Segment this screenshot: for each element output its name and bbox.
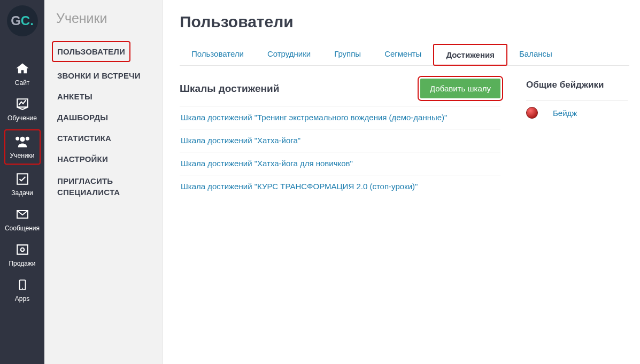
tab-groups[interactable]: Группы [322, 44, 373, 65]
badges-heading: Общие бейджики [526, 80, 628, 90]
sub-item-forms[interactable]: АНКЕТЫ [52, 86, 162, 107]
list-item: Шкала достижений "Хатха-йога для новичко… [180, 152, 500, 175]
rail-item-apps[interactable]: Apps [0, 273, 44, 308]
tabs: Пользователи Сотрудники Группы Сегменты … [180, 44, 629, 66]
scales-heading: Шкалы достижений [180, 83, 279, 95]
logo-g: G [11, 13, 21, 28]
badges-section: Общие бейджики Бейдж [526, 79, 628, 125]
sub-item-dashboards[interactable]: ДАШБОРДЫ [52, 107, 162, 128]
page-title: Пользователи [180, 13, 629, 31]
home-icon [13, 61, 32, 77]
scale-link[interactable]: Шкала достижений "Хатха-йога" [181, 136, 300, 145]
badge-link[interactable]: Бейдж [553, 109, 577, 118]
rail-label: Обучение [7, 114, 37, 122]
check-icon [13, 171, 32, 187]
list-item: Шкала достижений "Тренинг экстремального… [180, 106, 500, 129]
phone-icon [13, 277, 32, 293]
tab-balance[interactable]: Балансы [507, 44, 564, 65]
add-scale-button[interactable]: Добавить шкалу [420, 79, 500, 98]
svg-rect-0 [17, 245, 28, 254]
rail-label: Apps [15, 295, 29, 303]
scale-link[interactable]: Шкала достижений "КУРС ТРАНСФОРМАЦИЯ 2.0… [181, 182, 418, 191]
safe-icon [13, 242, 32, 258]
rail-item-sales[interactable]: Продажи [0, 237, 44, 273]
rail-item-students[interactable]: Ученики [4, 129, 41, 165]
chart-icon [13, 96, 32, 112]
list-item: Шкала достижений "КУРС ТРАНСФОРМАЦИЯ 2.0… [180, 175, 500, 198]
rail-item-learning[interactable]: Обучение [0, 92, 44, 127]
badge-row: Бейдж [526, 100, 628, 125]
rail-item-tasks[interactable]: Задачи [0, 167, 44, 202]
sub-item-users[interactable]: ПОЛЬЗОВАТЕЛИ [52, 41, 130, 62]
rail-item-site[interactable]: Сайт [0, 57, 44, 92]
tab-users[interactable]: Пользователи [180, 44, 256, 65]
logo-c: C. [21, 13, 34, 28]
list-item: Шкала достижений "Хатха-йога" [180, 129, 500, 152]
left-rail: GC. Сайт Обучение Ученики Задачи Сообщен… [0, 0, 44, 364]
tab-staff[interactable]: Сотрудники [256, 44, 322, 65]
scale-link[interactable]: Шкала достижений "Хатха-йога для новичко… [181, 159, 353, 168]
sub-item-calls[interactable]: ЗВОНКИ И ВСТРЕЧИ [52, 65, 162, 86]
tab-segments[interactable]: Сегменты [373, 44, 433, 65]
sub-sidebar-title: Ученики [52, 11, 162, 26]
rail-label: Продажи [9, 260, 35, 267]
svg-point-1 [20, 248, 24, 252]
sub-sidebar: Ученики ПОЛЬЗОВАТЕЛИ ЗВОНКИ И ВСТРЕЧИ АН… [44, 0, 163, 364]
scale-link[interactable]: Шкала достижений "Тренинг экстремального… [181, 113, 447, 122]
rail-label: Ученики [10, 152, 35, 159]
sub-item-settings[interactable]: НАСТРОЙКИ [52, 149, 162, 169]
scale-list: Шкала достижений "Тренинг экстремального… [180, 106, 500, 198]
tab-achievements[interactable]: Достижения [433, 44, 507, 66]
main-content: Пользователи Пользователи Сотрудники Гру… [163, 0, 640, 364]
svg-point-3 [22, 288, 23, 289]
badge-icon [526, 107, 538, 119]
rail-label: Сайт [15, 79, 30, 87]
logo[interactable]: GC. [7, 5, 38, 36]
rail-item-messages[interactable]: Сообщения [0, 202, 44, 237]
mail-icon [13, 206, 32, 222]
scales-section: Шкалы достижений Добавить шкалу Шкала до… [180, 79, 500, 198]
users-icon [13, 134, 32, 150]
rail-label: Задачи [11, 189, 33, 197]
rail-label: Сообщения [5, 224, 40, 232]
sub-item-invite[interactable]: ПРИГЛАСИТЬ СПЕЦИАЛИСТА [52, 169, 137, 204]
sub-item-stats[interactable]: СТАТИСТИКА [52, 128, 162, 149]
